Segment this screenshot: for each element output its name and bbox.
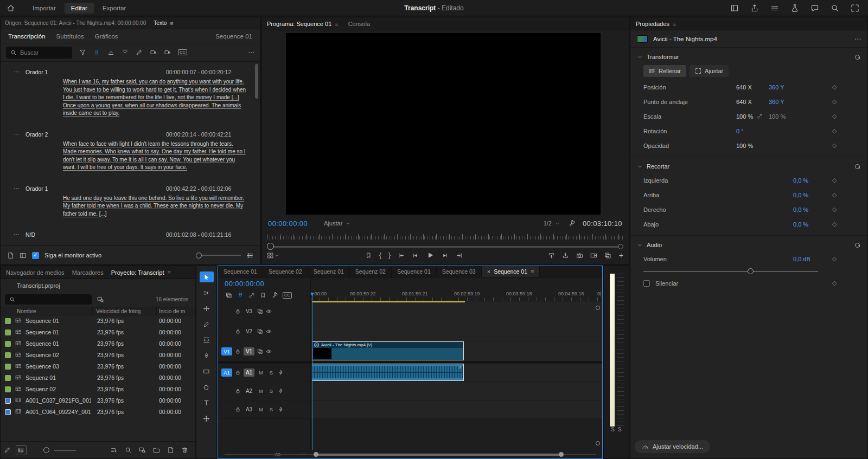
cc-badge-icon[interactable]: CC [178,49,187,56]
sync-lock-icon[interactable] [257,308,263,314]
label-color-chip[interactable] [5,329,11,335]
track-header-a2[interactable]: A2 M S [218,382,310,400]
lift-icon[interactable] [548,252,555,259]
find-icon[interactable] [125,447,132,454]
lock-icon[interactable] [235,328,241,334]
label-color-chip[interactable] [5,386,11,392]
mute-checkbox[interactable] [643,280,650,287]
lane-v1[interactable]: fx Avicii - The Nights.mp4 [V] [311,341,602,361]
comparison-view-icon[interactable] [590,252,597,259]
timeline-horizontal-scrollbar[interactable]: 00 [218,450,602,458]
automate-to-sequence-icon[interactable] [111,447,118,454]
comments-icon[interactable] [810,4,819,12]
reset-audio-icon[interactable] [854,242,861,249]
search-bin-icon[interactable] [97,296,104,303]
track-header-v3[interactable]: V3 [218,301,310,321]
thumbnail-zoom-track[interactable] [54,450,76,451]
label-color-chip[interactable] [5,409,11,415]
timeline-tab[interactable]: Sequence 03 [437,266,482,277]
tab-subtitulos[interactable]: Subtítulos [56,33,84,40]
speaker-label-toggle-icon[interactable] [93,49,100,56]
new-bin-icon[interactable] [153,447,160,454]
label-color-chip[interactable] [5,341,11,347]
razor-tool[interactable] [200,319,214,329]
link-scale-icon[interactable] [757,113,763,119]
step-back-icon[interactable] [412,252,419,259]
tab-graficos[interactable]: Gráficos [95,33,118,40]
prop-value-y[interactable]: 360 Y [769,84,784,90]
edit-pencil-icon[interactable] [136,49,143,56]
search-icon[interactable] [831,4,839,12]
segment-speaker[interactable]: Orador 1 [25,185,48,192]
mute-toggle[interactable]: M [257,406,265,413]
menu-exportar[interactable]: Exportar [96,3,132,14]
timeline-ruler[interactable]: :00:00 00:00:59:22 00:01:59:21 00:02:59:… [311,277,602,301]
prop-value-scale-y[interactable]: 100 % [769,113,786,120]
item-name[interactable]: Sequence 01 [25,318,91,324]
project-search-input[interactable] [18,296,62,303]
solo-buttons[interactable]: SS [604,426,629,432]
tab-transcripcion[interactable]: Transcripción [8,33,46,40]
panel-menu-icon[interactable]: ≡ [168,269,171,276]
track-name[interactable]: A2 [244,387,254,395]
lock-icon[interactable] [235,348,241,354]
scrollbar-thumb[interactable] [255,64,258,99]
captions-icon[interactable]: CC [283,292,292,299]
segment-speaker[interactable]: N/D [25,231,35,238]
mute-toggle[interactable]: M [257,369,265,377]
transcript-list[interactable]: ⋯ Orador 1 00:00:00:07 - 00:00:20:12 Whe… [1,62,260,247]
tab-marcadores[interactable]: Marcadores [72,269,104,276]
follow-monitor-checkbox[interactable]: ✓ [32,252,39,259]
segment-text[interactable]: He said one day you leave this one behin… [63,195,247,218]
track-name[interactable]: A1 [244,369,254,377]
keyframe-toggle-icon[interactable]: ◇ [832,98,837,105]
column-nombre[interactable]: Nombre [17,308,36,314]
keyframe-toggle-icon[interactable]: ◇ [832,83,837,90]
lane-v2[interactable] [311,321,602,341]
mic-icon[interactable] [278,406,284,412]
zoom-handle-left[interactable] [314,452,318,457]
volume-slider-track[interactable] [643,271,818,272]
track-header-a3[interactable]: A3 M S [218,400,310,419]
create-caption-icon[interactable] [150,49,157,56]
program-timecode[interactable]: 00:00:00:00 [268,219,308,228]
video-clip[interactable]: fx Avicii - The Nights.mp4 [V] [312,341,464,360]
keyframe-toggle-icon[interactable]: ◇ [832,255,837,262]
type-tool[interactable]: T [200,397,214,408]
mic-icon[interactable] [278,388,284,394]
item-name[interactable]: Sequence 02 [25,352,91,358]
eye-icon[interactable] [266,328,272,334]
transcript-segment[interactable]: ⋯ Orador 1 00:00:42:22 - 00:01:02:06 He … [1,178,260,225]
quick-export-icon[interactable] [750,4,759,12]
menu-editar[interactable]: Editar [65,3,94,14]
lane-v3[interactable] [311,301,602,321]
ripple-edit-tool[interactable] [200,303,214,314]
volume-slider[interactable] [630,267,867,276]
solo-toggle[interactable]: S [267,406,275,413]
transcript-segment[interactable]: ⋯ Orador 1 00:00:00:07 - 00:00:20:12 Whe… [1,62,260,124]
project-item-row[interactable]: Sequence 0223,976 fps00:00:00 [1,350,195,361]
track-name[interactable]: V1 [244,347,254,355]
timeline-tab[interactable]: Sequence 01 [218,266,263,277]
lane-a3[interactable] [311,400,602,419]
lock-icon[interactable] [235,388,241,394]
mark-in-icon[interactable]: { [379,251,381,259]
tab-proyecto[interactable]: Proyecto: Transcript ≡ [111,269,171,276]
mark-out-icon[interactable]: } [388,251,391,259]
extract-icon[interactable] [562,252,569,259]
timeline-timecode[interactable]: 00:00:00:00 [218,277,310,289]
lock-icon[interactable] [235,406,241,412]
project-item-row[interactable]: Sequence 0123,976 fps00:00:00 [1,327,195,338]
program-mini-timeline[interactable] [267,232,623,240]
monitor-settings-icon[interactable] [568,220,575,227]
nest-toggle-icon[interactable] [226,292,232,299]
lane-a2[interactable] [311,382,602,400]
project-item-row[interactable]: Sequence 0123,976 fps00:00:00 [1,338,195,350]
label-color-chip[interactable] [5,398,11,404]
go-to-in-icon[interactable] [398,252,405,259]
project-item-row[interactable]: A001_C064_09224Y_001.m23,976 fps00:00:00 [1,406,195,418]
solo-toggle[interactable]: S [267,369,275,377]
filter-icon[interactable] [79,49,86,56]
split-segment-icon[interactable] [122,49,129,56]
prop-value-crop[interactable]: 0,0 % [793,192,808,198]
